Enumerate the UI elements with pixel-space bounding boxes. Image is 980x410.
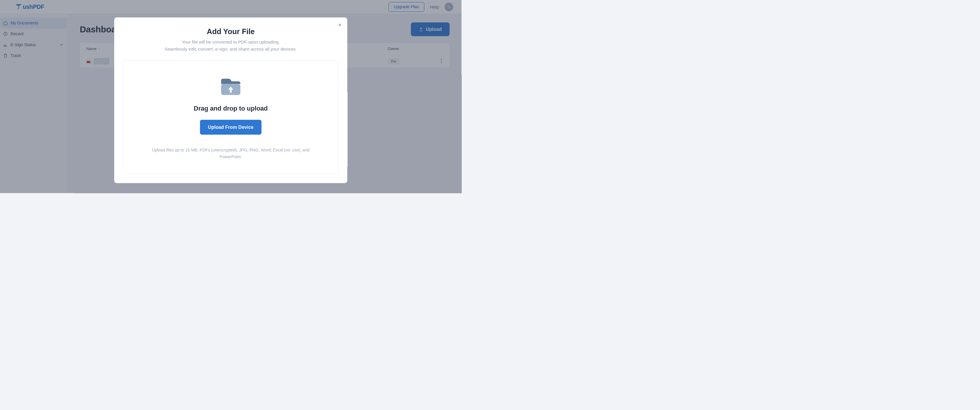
- close-icon: [337, 23, 342, 27]
- dropzone-note: Upload files up to 15 MB: PDFs (unencryp…: [143, 147, 318, 160]
- upload-folder-icon: [220, 76, 242, 97]
- modal-close-button[interactable]: [337, 22, 342, 28]
- modal-subtitle-line1: Your file will be converted to PDF upon …: [182, 40, 280, 45]
- upload-from-device-button[interactable]: Upload From Device: [200, 120, 261, 134]
- modal-overlay[interactable]: Add Your File Your file will be converte…: [0, 0, 461, 193]
- upload-modal: Add Your File Your file will be converte…: [114, 17, 347, 183]
- modal-title: Add Your File: [123, 27, 339, 36]
- dropzone-title: Drag and drop to upload: [132, 105, 329, 112]
- modal-subtitle: Your file will be converted to PDF upon …: [123, 39, 339, 52]
- dropzone[interactable]: Drag and drop to upload Upload From Devi…: [123, 60, 339, 175]
- modal-subtitle-line2: Seamlessly edit, convert, e-sign, and sh…: [165, 46, 297, 51]
